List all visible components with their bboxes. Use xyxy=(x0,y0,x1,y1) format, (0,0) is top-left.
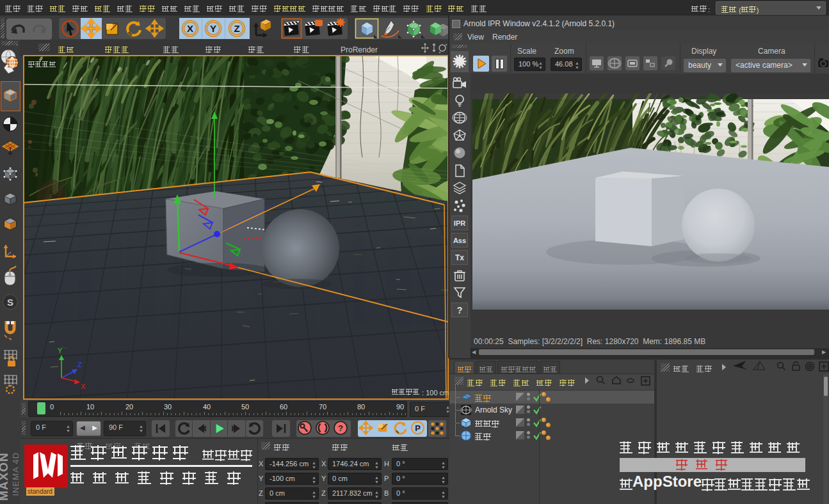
svg-text:?: ? xyxy=(457,305,463,315)
svg-text:X: X xyxy=(81,382,86,390)
svg-text:Z: Z xyxy=(234,23,239,34)
svg-text:X: X xyxy=(187,23,193,34)
svg-text:S: S xyxy=(7,297,13,308)
svg-text:IPR: IPR xyxy=(454,219,465,227)
svg-text:Z: Z xyxy=(77,361,82,368)
svg-text:Tx: Tx xyxy=(455,253,464,262)
svg-text:P: P xyxy=(415,423,421,433)
svg-text:?: ? xyxy=(338,423,343,433)
svg-text:Ass: Ass xyxy=(453,237,466,244)
svg-text:Y: Y xyxy=(210,23,216,34)
svg-text:Y: Y xyxy=(58,347,63,354)
